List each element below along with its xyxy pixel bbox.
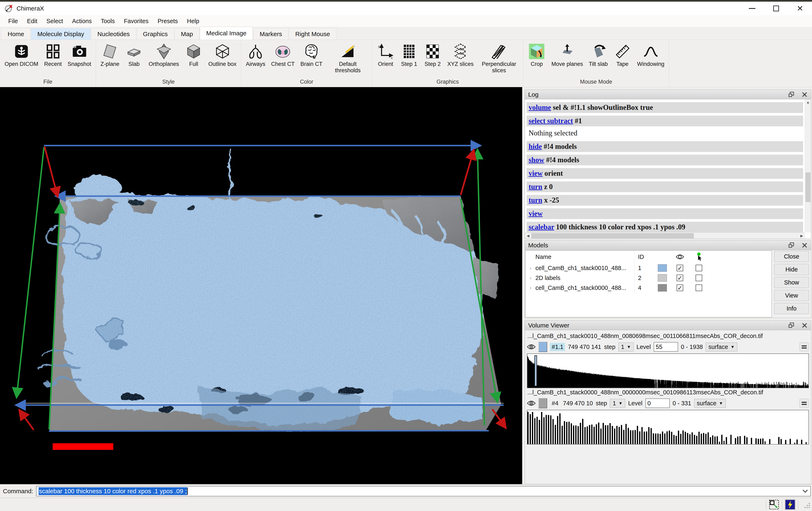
- tab-markers[interactable]: Markers: [253, 28, 288, 40]
- ribbon-item-snapshot[interactable]: Snapshot: [65, 42, 94, 79]
- close-panel-icon[interactable]: [802, 322, 808, 329]
- close-button[interactable]: ✕: [788, 2, 812, 15]
- log-panel-header[interactable]: Log: [525, 90, 811, 99]
- volume-menu-button[interactable]: [800, 342, 809, 351]
- eye-icon[interactable]: [527, 400, 535, 406]
- hide-button[interactable]: Hide: [774, 264, 809, 275]
- tab-graphics[interactable]: Graphics: [137, 28, 174, 40]
- volume-menu-button[interactable]: [800, 399, 809, 408]
- scroll-right-icon[interactable]: ▶: [799, 233, 805, 239]
- log-command-link[interactable]: volume: [529, 104, 551, 112]
- menu-actions[interactable]: Actions: [67, 17, 96, 26]
- model-selected-checkbox[interactable]: [696, 285, 702, 291]
- menu-help[interactable]: Help: [182, 17, 204, 26]
- model-shown-checkbox[interactable]: ✓: [676, 285, 683, 291]
- level-input[interactable]: [645, 398, 670, 408]
- ribbon-item-slab[interactable]: Slab: [122, 42, 146, 79]
- ribbon-item-crop[interactable]: Crop: [525, 42, 548, 79]
- model-selected-checkbox[interactable]: [696, 265, 702, 271]
- volume-histogram[interactable]: [527, 353, 809, 388]
- volume-color-swatch[interactable]: [539, 342, 547, 352]
- fast-mode-lightning-icon[interactable]: [785, 499, 795, 510]
- volume-color-swatch[interactable]: [539, 398, 547, 408]
- log-horizontal-scrollbar[interactable]: ◀ ▶: [525, 232, 805, 239]
- model-row[interactable]: ›cell_CamB_ch1_stack0010_488...1✓: [525, 263, 772, 273]
- log-command-link[interactable]: view: [529, 169, 543, 177]
- model-row[interactable]: ›cell_CamB_ch1_stack0000_488...4✓: [525, 283, 772, 293]
- resize-graphics-icon[interactable]: [768, 499, 779, 510]
- log-vscroll-thumb[interactable]: [806, 173, 810, 202]
- ribbon-item-brain-ct[interactable]: Brain CT: [297, 42, 325, 79]
- tab-right-mouse[interactable]: Right Mouse: [289, 28, 336, 40]
- menu-tools[interactable]: Tools: [96, 17, 119, 26]
- close-panel-icon[interactable]: [802, 91, 808, 98]
- expand-chevron-icon[interactable]: ›: [525, 275, 535, 281]
- step-dropdown[interactable]: 1▼: [610, 399, 625, 408]
- model-row[interactable]: ›2D labels2✓: [525, 273, 772, 283]
- eye-icon[interactable]: [527, 344, 535, 350]
- volume-histogram[interactable]: [527, 410, 809, 445]
- ribbon-item-tape[interactable]: Tape: [611, 42, 634, 79]
- view-button[interactable]: View: [774, 290, 809, 301]
- log-command-link[interactable]: turn: [529, 183, 542, 191]
- ribbon-item-z-plane[interactable]: Z-plane: [98, 42, 122, 79]
- log-command-link[interactable]: turn: [529, 196, 542, 204]
- float-panel-icon[interactable]: [788, 242, 794, 248]
- menu-presets[interactable]: Presets: [153, 17, 182, 26]
- ribbon-item-airways[interactable]: Airways: [243, 42, 268, 79]
- close-button[interactable]: Close: [774, 251, 809, 262]
- show-button[interactable]: Show: [774, 277, 809, 288]
- tab-nucleotides[interactable]: Nucleotides: [91, 28, 136, 40]
- command-history-chevron-icon[interactable]: [802, 488, 808, 495]
- float-panel-icon[interactable]: [788, 91, 794, 98]
- tab-molecule-display[interactable]: Molecule Display: [31, 28, 91, 40]
- model-selected-checkbox[interactable]: [696, 275, 702, 281]
- window-resize-grip[interactable]: [802, 500, 811, 509]
- model-color-swatch[interactable]: [658, 274, 667, 282]
- models-panel-header[interactable]: Models: [525, 240, 811, 250]
- expand-chevron-icon[interactable]: ›: [525, 265, 535, 271]
- model-shown-checkbox[interactable]: ✓: [676, 275, 683, 281]
- ribbon-item-chest-ct[interactable]: Chest CT: [268, 42, 297, 79]
- maximize-button[interactable]: [764, 2, 788, 15]
- log-hscroll-thumb[interactable]: [531, 233, 694, 238]
- volume-viewer-header[interactable]: Volume Viewer: [525, 321, 811, 330]
- scroll-up-icon[interactable]: ▲: [805, 99, 811, 106]
- level-input[interactable]: [654, 342, 678, 351]
- ribbon-item-perpendicular-slices[interactable]: Perpendicular slices: [476, 42, 521, 79]
- ribbon-item-tilt-slab[interactable]: Tilt slab: [586, 42, 611, 79]
- menu-select[interactable]: Select: [42, 17, 68, 26]
- model-color-swatch[interactable]: [658, 284, 667, 291]
- minimize-button[interactable]: [740, 2, 764, 15]
- info-button[interactable]: Info: [774, 303, 809, 314]
- ribbon-item-open-dicom[interactable]: Open DICOM: [2, 42, 41, 79]
- graphics-viewport[interactable]: [0, 87, 522, 484]
- log-command-link[interactable]: show: [529, 156, 544, 164]
- menu-edit[interactable]: Edit: [23, 17, 42, 26]
- ribbon-item-windowing[interactable]: Windowing: [634, 42, 667, 79]
- log-command-link[interactable]: select subtract: [529, 117, 573, 125]
- ribbon-item-step-2[interactable]: Step 2: [421, 42, 444, 79]
- style-dropdown[interactable]: surface▼: [706, 343, 737, 351]
- ribbon-item-step-1[interactable]: Step 1: [397, 42, 421, 79]
- close-panel-icon[interactable]: [802, 242, 808, 248]
- log-vertical-scrollbar[interactable]: ▲: [805, 99, 811, 232]
- ribbon-item-move-planes[interactable]: Move planes: [548, 42, 586, 79]
- ribbon-item-orthoplanes[interactable]: Orthoplanes: [146, 42, 182, 79]
- step-dropdown[interactable]: 1▼: [618, 343, 634, 351]
- ribbon-item-orient[interactable]: yxOrient: [374, 42, 397, 79]
- ribbon-item-outline-box[interactable]: Outline box: [205, 42, 239, 79]
- tab-home[interactable]: Home: [1, 28, 31, 40]
- scroll-left-icon[interactable]: ◀: [525, 233, 531, 239]
- ribbon-item-default-thresholds[interactable]: Default thresholds: [325, 42, 370, 79]
- model-shown-checkbox[interactable]: ✓: [676, 265, 683, 271]
- log-command-link[interactable]: hide: [529, 142, 542, 150]
- menu-favorites[interactable]: Favorites: [119, 17, 153, 26]
- model-color-swatch[interactable]: [658, 264, 667, 272]
- log-command-link[interactable]: scalebar: [529, 223, 554, 231]
- ribbon-item-recent[interactable]: Recent: [41, 42, 65, 79]
- expand-chevron-icon[interactable]: ›: [525, 285, 535, 291]
- log-command-link[interactable]: view: [529, 209, 543, 218]
- command-input[interactable]: scalebar 100 thickness 10 color red xpos…: [36, 486, 811, 496]
- float-panel-icon[interactable]: [788, 322, 794, 329]
